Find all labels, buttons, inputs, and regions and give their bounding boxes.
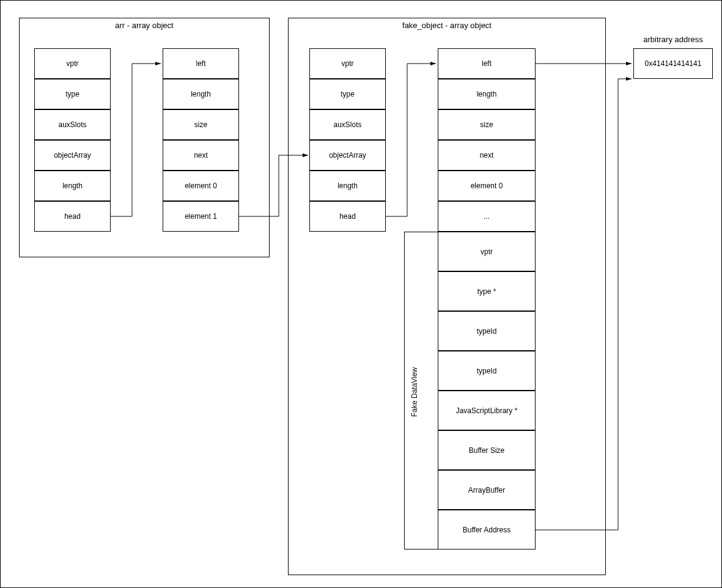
- fake-col1-vptr: vptr: [309, 48, 386, 79]
- dv-bufsize: Buffer Size: [438, 430, 536, 470]
- arr-col2-size: size: [163, 109, 239, 140]
- fake-col1-objectarray: objectArray: [309, 140, 386, 171]
- fake-col1-type: type: [309, 79, 386, 109]
- arr-col1-objectarray: objectArray: [34, 140, 111, 171]
- arr-col2-next: next: [163, 140, 239, 171]
- fake-col1-auxslots: auxSlots: [309, 109, 386, 140]
- fake-dataview-label: Fake DataView: [410, 349, 419, 435]
- group-fake-title: fake_object - array object: [289, 21, 605, 30]
- dv-bufaddr: Buffer Address: [438, 510, 536, 549]
- diagram-canvas: arr - array object vptr type auxSlots ob…: [0, 0, 722, 588]
- arr-col1-head: head: [34, 201, 111, 232]
- fake-col2-next: next: [438, 140, 536, 171]
- arr-col1-length: length: [34, 171, 111, 201]
- arr-col2-elem0: element 0: [163, 171, 239, 201]
- arb-value: 0x414141414141: [633, 48, 713, 79]
- arr-col1-auxslots: auxSlots: [34, 109, 111, 140]
- group-arr-title: arr - array object: [20, 21, 269, 30]
- fake-col1-length: length: [309, 171, 386, 201]
- dv-typeid2: typeId: [438, 351, 536, 391]
- fake-col2-left: left: [438, 48, 536, 79]
- fake-col2-size: size: [438, 109, 536, 140]
- fake-col2-dots: ...: [438, 201, 536, 232]
- arr-col1-type: type: [34, 79, 111, 109]
- arr-col2-elem1: element 1: [163, 201, 239, 232]
- dv-typeid1: typeId: [438, 311, 536, 351]
- dv-arraybuf: ArrayBuffer: [438, 470, 536, 510]
- arb-title: arbitrary address: [630, 35, 716, 44]
- fake-col2-elem0: element 0: [438, 171, 536, 201]
- dv-type: type *: [438, 271, 536, 311]
- arr-col1-vptr: vptr: [34, 48, 111, 79]
- arr-col2-left: left: [163, 48, 239, 79]
- arr-col2-length: length: [163, 79, 239, 109]
- dv-vptr: vptr: [438, 232, 536, 271]
- fake-col2-length: length: [438, 79, 536, 109]
- fake-col1-head: head: [309, 201, 386, 232]
- dv-jslib: JavaScriptLibrary *: [438, 391, 536, 430]
